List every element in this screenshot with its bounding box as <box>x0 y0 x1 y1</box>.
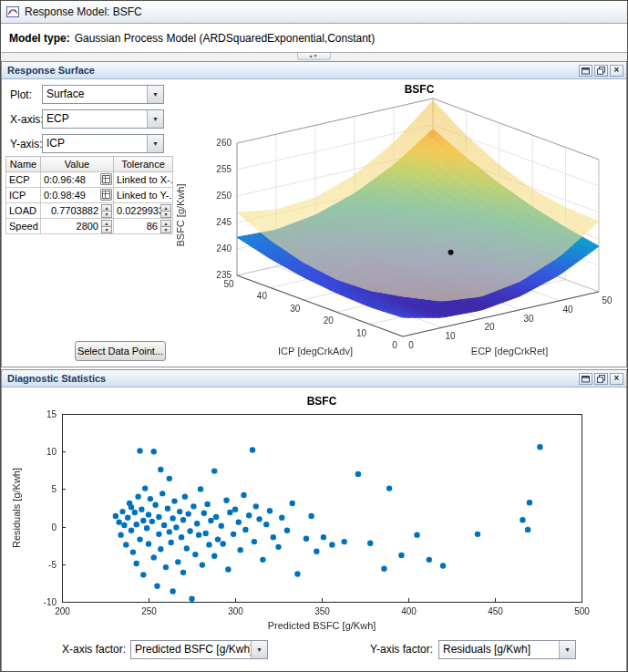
factor-row-speed: Speed 2800 ▴▾ 86 ▴▾ <box>6 219 173 234</box>
yaxis-value: ICP <box>43 135 147 152</box>
yaxis-label: Y-axis: <box>10 138 43 150</box>
factor-value-cell[interactable]: 0.7703882 ▴▾ <box>41 203 114 219</box>
residuals-plot-canvas[interactable] <box>2 387 628 635</box>
factor-value-text: 2800 <box>77 221 98 232</box>
undock-icon <box>597 67 605 75</box>
factor-tolerance-text: 0.0229933 <box>117 205 164 216</box>
factor-table: Name Value Tolerance ECP 0:0.96:48 <box>5 156 173 234</box>
close-icon: × <box>614 66 620 75</box>
panel-close-button[interactable]: × <box>610 65 623 77</box>
xaxis-select[interactable]: ECP ▼ <box>42 109 164 129</box>
diagnostic-statistics-panel-header: Diagnostic Statistics × <box>2 370 626 388</box>
model-type-bar: Model type: Gaussian Process Model (ARDS… <box>1 24 627 53</box>
response-model-window: Response Model: BSFC Model type: Gaussia… <box>0 0 628 672</box>
value-spinner[interactable]: ▴▾ <box>101 204 112 217</box>
spinner-up-icon[interactable]: ▴ <box>101 204 112 212</box>
plot-label: Plot: <box>10 88 32 101</box>
panel-undock-button[interactable] <box>594 65 608 77</box>
tolerance-spinner[interactable]: ▴▾ <box>160 204 171 217</box>
x-factor-select[interactable]: Predicted BSFC [g/Kwh] ▼ <box>130 640 268 659</box>
grid-icon <box>102 175 110 183</box>
surface-plot-canvas[interactable] <box>171 78 628 367</box>
spinner-down-icon[interactable]: ▾ <box>101 227 112 233</box>
plot-type-value: Surface <box>43 86 147 103</box>
factor-table-header-row: Name Value Tolerance <box>6 157 173 172</box>
chevron-down-icon[interactable]: ▼ <box>147 135 163 152</box>
y-factor-value: Residuals [g/Kwh] <box>439 641 559 658</box>
factor-name-cell: Speed <box>6 219 41 234</box>
column-header-value: Value <box>41 157 114 172</box>
yaxis-select[interactable]: ICP ▼ <box>42 134 164 153</box>
factor-tolerance-cell[interactable]: Linked to X-... <box>114 172 173 188</box>
plot-type-select[interactable]: Surface ▼ <box>42 85 164 104</box>
factor-tolerance-text: 86 <box>147 221 158 232</box>
factor-tolerance-cell[interactable]: 0.0229933 ▴▾ <box>114 203 173 219</box>
response-surface-panel-header: Response Surface × <box>2 62 626 79</box>
value-spinner[interactable]: ▴▾ <box>101 220 112 233</box>
spinner-down-icon[interactable]: ▾ <box>160 227 171 233</box>
edit-values-button[interactable] <box>100 173 112 185</box>
grid-icon <box>102 191 110 199</box>
spinner-down-icon[interactable]: ▾ <box>160 212 171 218</box>
model-type-value: Gaussian Process Model (ARDSquaredExpone… <box>75 32 376 45</box>
window-titlebar[interactable]: Response Model: BSFC <box>1 1 627 24</box>
factor-tolerance-cell[interactable]: 86 ▴▾ <box>114 219 173 234</box>
x-factor-label: X-axis factor: <box>36 640 126 659</box>
factor-name-cell: ECP <box>6 172 41 188</box>
tolerance-spinner[interactable]: ▴▾ <box>160 220 171 233</box>
chevron-down-icon[interactable]: ▼ <box>559 641 575 658</box>
xaxis-label: X-axis: <box>10 113 44 126</box>
factor-name-cell: LOAD <box>6 203 41 219</box>
splitter-grip-icon[interactable]: ▴▾ <box>297 53 330 60</box>
spinner-down-icon[interactable]: ▾ <box>101 212 112 218</box>
maximize-icon <box>582 375 590 383</box>
factor-row-load: LOAD 0.7703882 ▴▾ 0.0229933 ▴▾ <box>6 203 173 219</box>
y-factor-label: Y-axis factor: <box>342 640 433 659</box>
undock-icon <box>597 375 605 383</box>
close-icon: × <box>614 374 620 383</box>
factor-row-icp: ICP 0:0.98:49 Linked to Y-... <box>6 188 173 203</box>
chevron-down-icon[interactable]: ▼ <box>147 86 163 103</box>
spinner-up-icon[interactable]: ▴ <box>101 220 112 227</box>
edit-values-button[interactable] <box>100 189 112 201</box>
panel-undock-button[interactable] <box>594 373 608 385</box>
maximize-icon <box>582 67 590 75</box>
xaxis-value: ECP <box>43 110 147 128</box>
factor-value-cell[interactable]: 2800 ▴▾ <box>41 219 114 234</box>
x-factor-value: Predicted BSFC [g/Kwh] <box>131 641 251 658</box>
factor-value-text: 0.7703882 <box>51 205 98 216</box>
window-title: Response Model: BSFC <box>25 5 142 18</box>
select-data-point-button[interactable]: Select Data Point... <box>75 341 166 361</box>
factor-value-cell[interactable]: 0:0.96:48 <box>41 172 114 188</box>
model-type-label: Model type: <box>9 32 70 45</box>
horizontal-splitter[interactable]: ▴▾ <box>1 53 627 61</box>
factor-tolerance-cell[interactable]: Linked to Y-... <box>114 188 173 203</box>
spinner-up-icon[interactable]: ▴ <box>160 204 171 212</box>
column-header-name: Name <box>6 157 41 172</box>
factor-value-text: 0:0.98:49 <box>44 190 86 201</box>
panel-maximize-button[interactable] <box>579 65 592 77</box>
response-surface-panel: Response Surface × Plot: Surface ▼ <box>1 61 627 367</box>
panel-title: Diagnostic Statistics <box>7 373 106 384</box>
diagnostic-statistics-panel: Diagnostic Statistics × X-axis factor: <box>1 369 627 672</box>
panel-maximize-button[interactable] <box>579 373 592 385</box>
factor-value-cell[interactable]: 0:0.98:49 <box>41 188 114 203</box>
factor-value-text: 0:0.96:48 <box>44 174 86 185</box>
chevron-down-icon[interactable]: ▼ <box>251 641 267 658</box>
factor-row-ecp: ECP 0:0.96:48 Linked to X-... <box>6 172 173 188</box>
y-factor-select[interactable]: Residuals [g/Kwh] ▼ <box>438 640 576 659</box>
app-icon <box>5 5 20 19</box>
panel-close-button[interactable]: × <box>610 373 623 385</box>
column-header-tolerance: Tolerance <box>114 157 173 172</box>
spinner-up-icon[interactable]: ▴ <box>160 220 171 227</box>
factor-name-cell: ICP <box>6 188 41 203</box>
panel-title: Response Surface <box>7 65 95 76</box>
chevron-down-icon[interactable]: ▼ <box>147 110 163 128</box>
